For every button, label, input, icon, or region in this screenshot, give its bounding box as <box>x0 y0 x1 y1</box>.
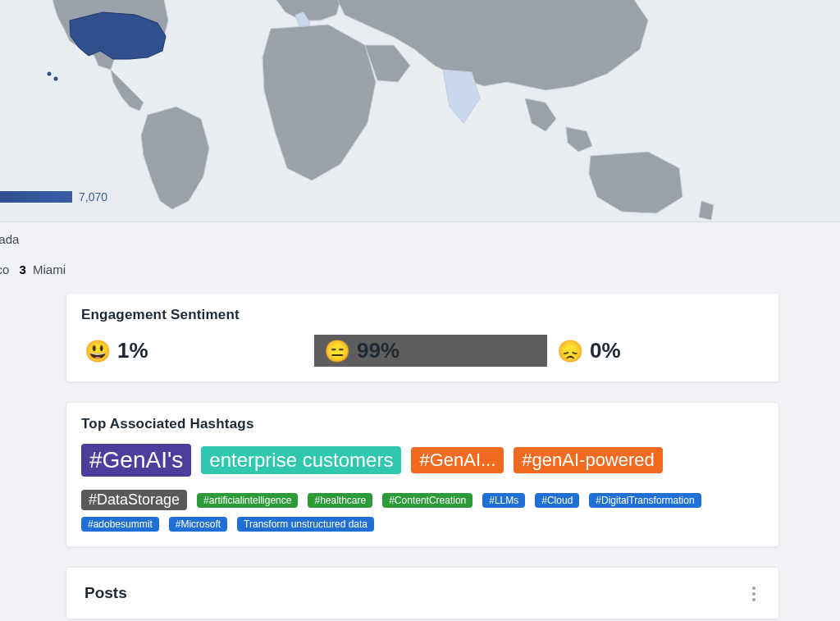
legend-bar <box>0 191 72 203</box>
hashtags-card: Top Associated Hashtags #GenAI'senterpri… <box>66 402 779 547</box>
city-fragment-1: sco <box>0 263 9 276</box>
hashtag-pill[interactable]: enterprise customers <box>201 446 401 474</box>
sentiment-positive[interactable]: 😃 1% <box>81 335 314 367</box>
hashtag-pill[interactable]: #artificialintelligence <box>197 493 298 508</box>
negative-emoji-icon: 😞 <box>557 340 583 362</box>
sentiment-title: Engagement Sentiment <box>81 307 764 323</box>
posts-title: Posts <box>84 584 760 602</box>
hashtag-pill[interactable]: #genAI-powered <box>514 447 662 473</box>
positive-percent: 1% <box>117 338 148 363</box>
hashtags-title: Top Associated Hashtags <box>81 416 764 432</box>
posts-card: Posts <box>66 567 779 619</box>
top-countries-fragment: nada <box>0 232 840 246</box>
kebab-dot-icon <box>752 598 756 601</box>
world-map[interactable] <box>0 0 840 222</box>
positive-emoji-icon: 😃 <box>84 340 111 362</box>
posts-menu-button[interactable] <box>744 584 764 604</box>
hashtag-pill[interactable]: Transform unstructured data <box>237 517 374 532</box>
kebab-dot-icon <box>752 587 756 590</box>
hashtag-pill[interactable]: #adobesummit <box>81 517 159 532</box>
neutral-percent: 99% <box>357 338 399 363</box>
top-cities-fragment: sco 3 Miami <box>0 263 840 276</box>
location-summary: nada sco 3 Miami <box>0 222 840 293</box>
svg-point-1 <box>54 77 58 81</box>
hashtag-pill[interactable]: #LLMs <box>482 493 525 508</box>
hashtag-cloud: #GenAI'senterprise customers#GenAI...#ge… <box>81 444 764 532</box>
negative-percent: 0% <box>590 338 621 363</box>
map-legend: 7,070 <box>0 190 107 203</box>
sentiment-neutral[interactable]: 😑 99% <box>314 335 547 367</box>
kebab-dot-icon <box>752 592 756 596</box>
city-rank: 3 <box>20 263 26 276</box>
hashtag-pill[interactable]: #DigitalTransformation <box>589 493 701 508</box>
hashtag-pill[interactable]: #ContentCreation <box>382 493 472 508</box>
neutral-emoji-icon: 😑 <box>324 340 350 362</box>
hashtag-pill[interactable]: #Cloud <box>535 493 579 508</box>
sentiment-card: Engagement Sentiment 😃 1% 😑 99% 😞 0% <box>66 293 779 382</box>
hashtag-pill[interactable]: #Microsoft <box>169 517 227 532</box>
legend-max-value: 7,070 <box>79 190 107 203</box>
world-map-panel: 7,070 <box>0 0 840 222</box>
svg-point-0 <box>48 72 52 76</box>
sentiment-row: 😃 1% 😑 99% 😞 0% <box>81 335 764 367</box>
hashtag-pill[interactable]: #DataStorage <box>81 490 187 510</box>
hashtag-pill[interactable]: #healthcare <box>308 493 372 508</box>
city-name: Miami <box>33 263 66 276</box>
hashtag-pill[interactable]: #GenAI's <box>81 444 191 477</box>
hashtag-pill[interactable]: #GenAI... <box>411 447 504 473</box>
sentiment-negative[interactable]: 😞 0% <box>554 335 631 367</box>
